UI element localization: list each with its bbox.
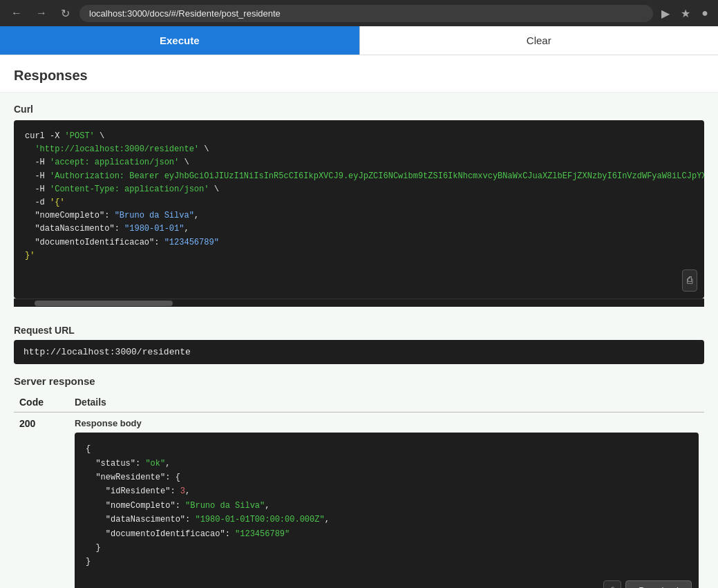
forward-button[interactable]: → bbox=[32, 4, 51, 22]
page-content: Execute Clear Responses Curl curl -X 'PO… bbox=[0, 26, 718, 588]
response-table: Code Details 200 Response body { "status… bbox=[14, 392, 704, 588]
download-button[interactable]: Download bbox=[625, 580, 692, 588]
curl-label: Curl bbox=[14, 104, 704, 115]
request-url-label: Request URL bbox=[14, 325, 704, 336]
server-response-label: Server response bbox=[14, 375, 704, 387]
response-actions: ⎙ Download bbox=[603, 580, 692, 588]
clear-button[interactable]: Clear bbox=[359, 26, 719, 55]
back-button[interactable]: ← bbox=[7, 4, 26, 22]
response-row-200: 200 Response body { "status": "ok", "new… bbox=[14, 412, 704, 588]
request-url-box: http://localhost:3000/residente bbox=[14, 340, 704, 364]
response-copy-button[interactable]: ⎙ bbox=[603, 580, 621, 588]
request-url-section: Request URL http://localhost:3000/reside… bbox=[0, 318, 718, 368]
curl-code-block: curl -X 'POST' \ 'http://localhost:3000/… bbox=[14, 120, 704, 298]
curl-code-wrapper: curl -X 'POST' \ 'http://localhost:3000/… bbox=[14, 120, 704, 307]
url-bar[interactable] bbox=[79, 5, 653, 22]
response-body-label: Response body bbox=[75, 418, 699, 428]
reload-button[interactable]: ↻ bbox=[57, 4, 74, 23]
cast-icon[interactable]: ▶ bbox=[659, 6, 672, 21]
bookmark-icon[interactable]: ★ bbox=[678, 6, 693, 21]
response-body-block: { "status": "ok", "newResidente": { "idR… bbox=[75, 433, 699, 588]
curl-section: Curl curl -X 'POST' \ 'http://localhost:… bbox=[0, 93, 718, 318]
response-code: 200 bbox=[14, 412, 69, 588]
responses-section-title: Responses bbox=[0, 55, 718, 93]
curl-copy-button[interactable]: ⎙ bbox=[682, 269, 697, 292]
code-column-header: Code bbox=[14, 392, 69, 412]
profile-icon[interactable]: ● bbox=[699, 6, 711, 21]
server-response-section: Server response Code Details 200 Respons… bbox=[0, 368, 718, 588]
response-body-wrapper: { "status": "ok", "newResidente": { "idR… bbox=[75, 433, 699, 588]
browser-icons-group: ▶ ★ ● bbox=[659, 6, 711, 21]
curl-scrollbar-thumb[interactable] bbox=[35, 301, 173, 306]
browser-chrome: ← → ↻ ▶ ★ ● bbox=[0, 0, 718, 26]
response-details: Response body { "status": "ok", "newResi… bbox=[69, 412, 704, 588]
details-column-header: Details bbox=[69, 392, 704, 412]
execute-button[interactable]: Execute bbox=[0, 26, 359, 55]
curl-scrollbar[interactable] bbox=[14, 298, 704, 307]
action-bar: Execute Clear bbox=[0, 26, 718, 55]
